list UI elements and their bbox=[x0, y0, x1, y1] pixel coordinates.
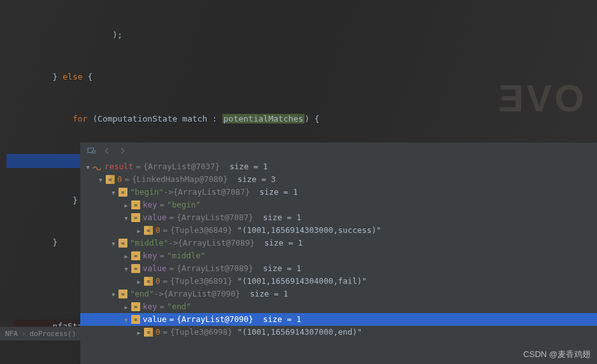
code-editor[interactable]: ); } else { for (ComputationState match … bbox=[0, 0, 597, 137]
caret-icon[interactable] bbox=[122, 199, 130, 212]
object-icon: = bbox=[131, 200, 140, 209]
chevron-right-icon: › bbox=[22, 330, 26, 338]
tree-node[interactable]: = "middle" -> {ArrayList@7089} size = 1 bbox=[80, 237, 597, 249]
breadcrumb-part[interactable]: NFA bbox=[5, 330, 18, 338]
tree-node[interactable]: = 0 = {Tuple3@6998} "(1001,1656914307000… bbox=[80, 326, 597, 339]
watermark: CSDN @麦香鸡翅 bbox=[523, 349, 591, 360]
caret-icon[interactable] bbox=[110, 237, 117, 250]
breadcrumb-part[interactable]: doProcess() bbox=[30, 330, 76, 338]
object-icon: = bbox=[119, 239, 127, 248]
tree-node[interactable]: = value = {ArrayList@7089} size = 1 bbox=[80, 262, 597, 275]
tree-node[interactable]: = key = "middle" bbox=[80, 249, 597, 262]
object-icon: = bbox=[119, 188, 127, 197]
object-icon: = bbox=[119, 290, 127, 298]
caret-icon[interactable] bbox=[110, 186, 117, 199]
object-icon: = bbox=[131, 315, 140, 324]
tree-node[interactable]: = 0 = {Tuple3@6849} "(1001,1656914303000… bbox=[80, 224, 597, 237]
caret-icon[interactable] bbox=[122, 262, 130, 276]
breadcrumb[interactable]: NFA › doProcess() bbox=[0, 326, 83, 340]
tree-node[interactable]: = 0 = {Tuple3@6891} "(1001,1656914304000… bbox=[80, 275, 597, 288]
tree-node-result[interactable]: result = {ArrayList@7037} size = 1 bbox=[80, 160, 597, 173]
object-icon: = bbox=[131, 251, 140, 260]
tree-node[interactable]: = "end" -> {ArrayList@7090} size = 1 bbox=[80, 288, 597, 300]
tree-node[interactable]: = key = "begin" bbox=[80, 199, 597, 211]
object-icon: = bbox=[106, 175, 115, 184]
object-icon: = bbox=[144, 328, 153, 337]
tree-node[interactable]: = key = "end" bbox=[80, 300, 597, 313]
debug-variables-tree[interactable]: result = {ArrayList@7037} size = 1 = 0 =… bbox=[80, 159, 597, 364]
tree-node[interactable]: = 0 = {LinkedHashMap@7080} size = 3 bbox=[80, 173, 597, 186]
caret-icon[interactable] bbox=[135, 224, 143, 237]
forward-icon[interactable] bbox=[117, 146, 127, 156]
object-icon: = bbox=[131, 302, 140, 311]
svg-rect-1 bbox=[92, 151, 95, 153]
code-line: } else { bbox=[6, 70, 597, 84]
debug-variables-panel[interactable]: result = {ArrayList@7037} size = 1 = 0 =… bbox=[80, 142, 597, 364]
caret-icon[interactable] bbox=[122, 313, 130, 326]
back-icon[interactable] bbox=[102, 146, 112, 156]
caret-icon[interactable] bbox=[97, 173, 104, 186]
caret-icon[interactable] bbox=[122, 211, 130, 225]
object-icon: = bbox=[144, 226, 153, 235]
object-icon: = bbox=[144, 277, 153, 286]
debug-toolbar bbox=[80, 143, 597, 159]
caret-icon[interactable] bbox=[122, 300, 130, 314]
tree-node-selected[interactable]: = value = {ArrayList@7090} size = 1 bbox=[80, 313, 597, 326]
caret-icon[interactable] bbox=[122, 249, 130, 263]
object-icon: = bbox=[131, 264, 140, 273]
caret-icon[interactable] bbox=[84, 160, 92, 174]
new-watch-icon[interactable] bbox=[87, 146, 97, 156]
tree-node[interactable]: = value = {ArrayList@7087} size = 1 bbox=[80, 211, 597, 224]
object-icon: = bbox=[131, 213, 140, 222]
code-editor-partial: } } nfaSta return } private vo SH NF bbox=[6, 165, 83, 331]
caret-icon[interactable] bbox=[110, 288, 117, 301]
watch-icon bbox=[92, 163, 102, 171]
caret-icon[interactable] bbox=[135, 326, 143, 339]
code-line: ); bbox=[6, 28, 597, 42]
tree-node[interactable]: = "begin" -> {ArrayList@7087} size = 1 bbox=[80, 186, 597, 199]
code-line: for (ComputationState match : potentialM… bbox=[6, 112, 597, 126]
caret-icon[interactable] bbox=[135, 275, 143, 288]
